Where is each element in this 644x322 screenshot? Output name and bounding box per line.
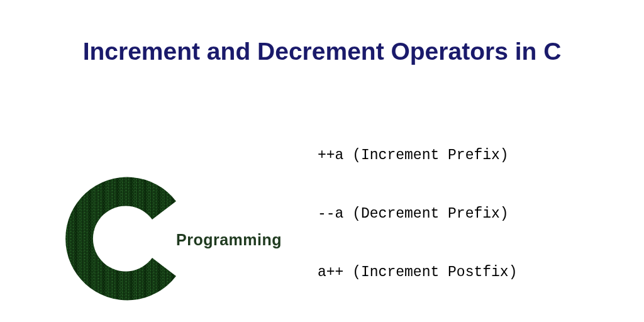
operator-line: ++a (Increment Prefix) — [318, 146, 517, 165]
page-title: Increment and Decrement Operators in C — [0, 38, 644, 65]
operators-list: ++a (Increment Prefix) --a (Decrement Pr… — [318, 107, 517, 322]
operator-line: a++ (Increment Postfix) — [318, 263, 517, 282]
content-row: Programming ++a (Increment Prefix) --a (… — [0, 107, 644, 322]
operator-line: --a (Decrement Prefix) — [318, 204, 517, 224]
programming-label: Programming — [176, 231, 282, 249]
c-programming-logo: Programming — [63, 165, 239, 322]
